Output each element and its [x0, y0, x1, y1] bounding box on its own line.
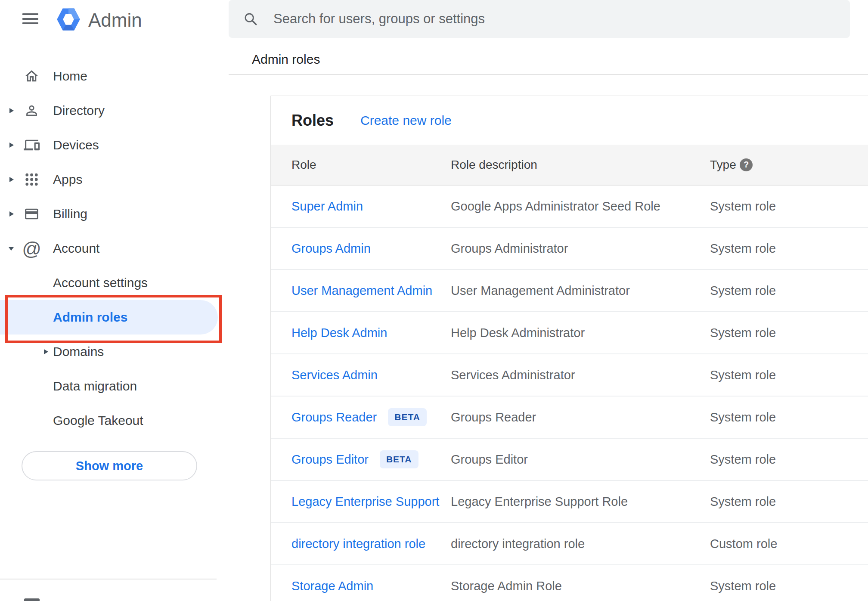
- role-description: Groups Editor: [451, 452, 528, 467]
- beta-badge: BETA: [380, 450, 418, 468]
- admin-logo: Admin: [56, 7, 142, 34]
- sidebar-item-label: Home: [53, 69, 87, 84]
- table-row: Groups Editor BETA Groups Editor System …: [271, 439, 868, 481]
- roles-card: Roles Create new role Role Role descript…: [270, 96, 868, 601]
- chevron-right-icon[interactable]: [7, 106, 16, 115]
- table-row: Services Admin Services Administrator Sy…: [271, 354, 868, 397]
- help-icon[interactable]: ?: [740, 158, 753, 171]
- search-icon: [243, 12, 258, 26]
- role-description: Groups Administrator: [451, 242, 568, 256]
- sidebar-item-account[interactable]: @Account: [0, 231, 229, 266]
- sidebar-item-label: Directory: [53, 103, 105, 118]
- role-type: System role: [710, 199, 776, 214]
- chevron-right-icon[interactable]: [7, 141, 16, 149]
- table-row: User Management Admin User Management Ad…: [271, 270, 868, 312]
- table-row: Super Admin Google Apps Administrator Se…: [271, 186, 868, 228]
- role-link[interactable]: Help Desk Admin: [291, 326, 387, 340]
- table-row: directory integration role directory int…: [271, 523, 868, 565]
- role-type: System role: [710, 410, 776, 424]
- sidebar-item-label: Data migration: [53, 379, 137, 393]
- sidebar-section-divider: [0, 579, 217, 579]
- role-description: Groups Reader: [451, 410, 536, 424]
- sidebar-item-label: Devices: [53, 138, 99, 152]
- admin-logo-text: Admin: [88, 9, 142, 31]
- role-type: System role: [710, 326, 776, 340]
- column-header-role: Role: [291, 158, 316, 172]
- home-icon: [24, 68, 40, 84]
- cut-off-sidebar-icon: [24, 598, 40, 601]
- column-header-type: Type: [710, 158, 736, 172]
- role-link[interactable]: Groups Admin: [291, 242, 371, 256]
- devices-icon: [24, 137, 40, 153]
- role-description: Help Desk Administrator: [451, 326, 585, 340]
- role-link[interactable]: Groups Reader: [291, 410, 377, 424]
- sidebar-item-admin-roles[interactable]: Admin roles: [0, 300, 229, 335]
- role-link[interactable]: Legacy Enterprise Support: [291, 495, 439, 509]
- role-link[interactable]: Services Admin: [291, 368, 378, 382]
- role-description: Legacy Enterprise Support Role: [451, 495, 628, 509]
- role-link[interactable]: User Management Admin: [291, 284, 432, 298]
- sidebar-item-domains[interactable]: Domains: [0, 335, 229, 369]
- sidebar-item-label: Apps: [53, 172, 82, 187]
- role-link[interactable]: directory integration role: [291, 537, 425, 551]
- sidebar-item-billing[interactable]: Billing: [0, 197, 229, 231]
- role-link[interactable]: Groups Editor: [291, 452, 369, 467]
- table-body: Super Admin Google Apps Administrator Se…: [271, 186, 868, 601]
- table-row: Groups Reader BETA Groups Reader System …: [271, 397, 868, 439]
- sidebar-item-label: Account: [53, 241, 99, 256]
- sidebar-item-data-migration[interactable]: Data migration: [0, 369, 229, 403]
- role-type: Custom role: [710, 537, 777, 551]
- at-icon: @: [24, 241, 40, 257]
- chevron-right-icon[interactable]: [7, 175, 16, 184]
- role-link[interactable]: Super Admin: [291, 199, 363, 214]
- admin-logo-hexagon-icon: [56, 7, 81, 34]
- beta-badge: BETA: [388, 408, 427, 426]
- header-divider: [229, 74, 868, 75]
- sidebar-nav: HomeDirectoryDevicesAppsBilling@AccountA…: [0, 59, 229, 438]
- table-row: Legacy Enterprise Support Legacy Enterpr…: [271, 481, 868, 523]
- role-description: Google Apps Administrator Seed Role: [451, 199, 660, 214]
- role-description: User Management Administrator: [451, 284, 630, 298]
- role-type: System role: [710, 368, 776, 382]
- role-type: System role: [710, 284, 776, 298]
- role-description: Services Administrator: [451, 368, 575, 382]
- role-link[interactable]: Storage Admin: [291, 579, 373, 593]
- role-description: directory integration role: [451, 537, 585, 551]
- page-title: Roles: [291, 112, 334, 130]
- role-description: Storage Admin Role: [451, 579, 562, 593]
- role-type: System role: [710, 495, 776, 509]
- search-input[interactable]: [273, 11, 837, 27]
- apps-icon: [24, 172, 40, 188]
- sidebar-item-label: Billing: [53, 207, 87, 221]
- sidebar-item-directory[interactable]: Directory: [0, 93, 229, 128]
- role-type: System role: [710, 242, 776, 256]
- sidebar-item-account-settings[interactable]: Account settings: [0, 266, 229, 300]
- show-more-button[interactable]: Show more: [22, 451, 197, 480]
- menu-icon[interactable]: [22, 13, 38, 24]
- chevron-down-icon[interactable]: [7, 244, 16, 253]
- table-row: Help Desk Admin Help Desk Administrator …: [271, 312, 868, 354]
- billing-icon: [24, 206, 40, 222]
- search-bar[interactable]: [229, 0, 850, 38]
- create-new-role-link[interactable]: Create new role: [360, 113, 452, 128]
- sidebar-item-google-takeout[interactable]: Google Takeout: [0, 403, 229, 438]
- role-type: System role: [710, 452, 776, 467]
- sidebar-item-apps[interactable]: Apps: [0, 162, 229, 197]
- sidebar-item-label: Domains: [53, 344, 104, 359]
- table-row: Groups Admin Groups Administrator System…: [271, 228, 868, 270]
- table-header-row: Role Role description Type ?: [271, 145, 868, 186]
- chevron-right-icon[interactable]: [7, 210, 16, 218]
- sidebar-item-devices[interactable]: Devices: [0, 128, 229, 162]
- table-row: Storage Admin Storage Admin Role System …: [271, 565, 868, 601]
- roles-card-header: Roles Create new role: [271, 96, 868, 145]
- sidebar-item-label: Admin roles: [53, 310, 127, 325]
- role-type: System role: [710, 579, 776, 593]
- sidebar-item-label: Account settings: [53, 276, 148, 290]
- person-icon: [24, 103, 40, 119]
- breadcrumb: Admin roles: [252, 52, 320, 67]
- sidebar-item-home[interactable]: Home: [0, 59, 229, 93]
- chevron-right-icon[interactable]: [41, 347, 50, 356]
- column-header-role-description: Role description: [451, 158, 537, 172]
- sidebar-item-label: Google Takeout: [53, 413, 143, 428]
